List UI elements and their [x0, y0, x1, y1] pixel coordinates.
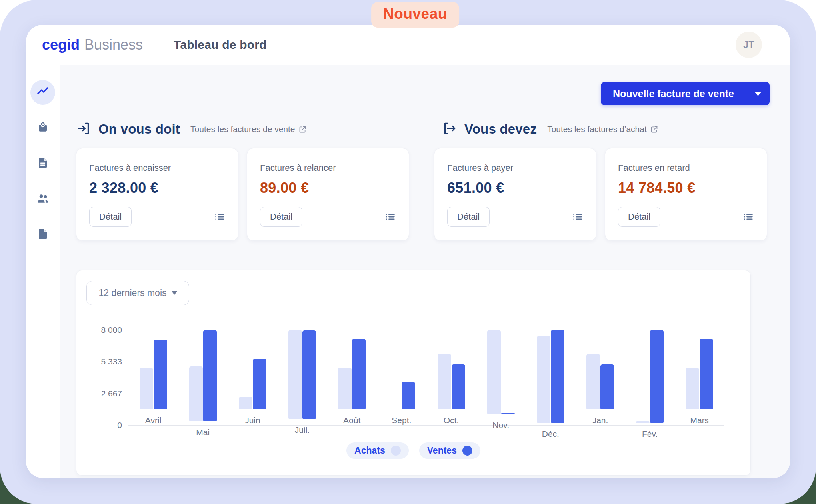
nouveau-badge: Nouveau	[371, 2, 459, 28]
legend-achats[interactable]: Achats	[346, 442, 409, 459]
detail-button[interactable]: Détail	[89, 207, 132, 227]
monthly-chart-card: 12 derniers mois 02 6675 3338 000AvrilMa…	[76, 270, 751, 476]
card-title: Factures en retard	[618, 163, 754, 173]
sidebar-item-documents[interactable]	[30, 222, 55, 247]
period-selector[interactable]: 12 derniers mois	[86, 281, 189, 305]
x-axis-label: Août	[343, 416, 360, 425]
bar-group: Sept.	[386, 330, 418, 425]
detail-button[interactable]: Détail	[447, 207, 490, 227]
card-factures-a-payer: Factures à payer 651.00 € Détail	[434, 148, 596, 241]
x-axis-label: Juil.	[295, 425, 310, 435]
section-title: Vous devez	[464, 122, 537, 137]
brand-cegid: cegid	[42, 36, 80, 53]
card-factures-a-relancer: Factures à relancer 89.00 € Détail	[247, 148, 409, 241]
main-content: Nouvelle facture de vente On vous doit T…	[60, 65, 790, 478]
bar-group: Juil.	[286, 330, 318, 425]
bar-achats-Oct[interactable]	[438, 354, 451, 409]
x-axis-label: Déc.	[542, 429, 559, 439]
document-lines-icon	[37, 157, 49, 170]
logout-arrow-icon	[442, 121, 457, 138]
card-amount: 89.00 €	[260, 180, 396, 196]
y-axis-tick: 8 000	[101, 325, 122, 335]
sidebar-item-contacts[interactable]	[30, 187, 55, 212]
bar-achats-Déc[interactable]	[537, 336, 550, 423]
card-title: Factures à encaisser	[89, 163, 225, 173]
gridline	[128, 425, 724, 426]
file-icon	[37, 228, 49, 242]
new-invoice-dropdown-toggle[interactable]	[746, 82, 770, 105]
bar-ventes-Juin[interactable]	[253, 359, 266, 409]
bar-group: Juin	[236, 330, 268, 425]
avatar[interactable]: JT	[736, 32, 762, 58]
card-amount: 2 328.00 €	[89, 180, 225, 196]
bar-achats-Mai[interactable]	[189, 366, 203, 421]
bar-achats-Août[interactable]	[338, 368, 352, 409]
sidebar-item-sales[interactable]	[30, 116, 55, 140]
bar-ventes-Juil[interactable]	[302, 330, 316, 418]
bar-ventes-Mars[interactable]	[700, 339, 713, 409]
list-icon[interactable]	[214, 211, 225, 222]
x-axis-label: Jan.	[592, 416, 608, 425]
section-vous-devez: Vous devez Toutes les factures d’achat	[442, 121, 658, 138]
chevron-down-icon	[172, 291, 177, 295]
bar-group: Oct.	[435, 330, 467, 425]
bar-ventes-Oct[interactable]	[452, 364, 465, 409]
bar-ventes-Déc[interactable]	[551, 330, 564, 423]
card-title: Factures à relancer	[260, 163, 396, 173]
bar-ventes-Jan[interactable]	[600, 364, 614, 409]
bar-achats-Jan[interactable]	[586, 354, 600, 409]
detail-button[interactable]: Détail	[260, 207, 302, 227]
x-axis-label: Oct.	[444, 416, 459, 425]
ventes-dot-icon	[462, 446, 472, 456]
bar-achats-Fév[interactable]	[636, 421, 650, 423]
x-axis-label: Nov.	[492, 420, 509, 430]
bar-ventes-Mai[interactable]	[203, 330, 217, 421]
achats-dot-icon	[391, 446, 401, 456]
detail-button[interactable]: Détail	[618, 207, 660, 227]
bar-group: Août	[336, 330, 368, 425]
card-amount: 14 784.50 €	[618, 180, 754, 196]
bar-ventes-Sept[interactable]	[402, 382, 415, 409]
bar-achats-Avril[interactable]	[140, 368, 153, 409]
bar-group: Fév.	[634, 330, 666, 425]
bar-ventes-Avril[interactable]	[154, 340, 167, 409]
list-icon[interactable]	[385, 211, 396, 222]
y-axis-tick: 0	[117, 420, 122, 430]
people-icon	[36, 192, 49, 206]
bar-achats-Nov[interactable]	[487, 330, 501, 414]
bar-ventes-Fév[interactable]	[650, 330, 664, 423]
chevron-down-icon	[754, 92, 762, 96]
y-axis-tick: 5 333	[101, 357, 122, 366]
bar-group: Déc.	[534, 330, 566, 425]
list-icon[interactable]	[743, 211, 754, 222]
header-divider	[158, 36, 158, 54]
y-axis-tick: 2 667	[101, 389, 122, 398]
new-sale-invoice-button[interactable]: Nouvelle facture de vente	[601, 82, 746, 105]
x-axis-label: Avril	[145, 416, 161, 425]
trending-icon	[36, 85, 50, 100]
section-on-vous-doit: On vous doit Toutes les factures de vent…	[76, 121, 307, 138]
x-axis-label: Juin	[245, 416, 260, 425]
bar-achats-Juin[interactable]	[239, 397, 252, 409]
external-link-icon	[650, 125, 658, 134]
chart-legend: Achats Ventes	[76, 442, 750, 459]
list-icon[interactable]	[572, 211, 583, 222]
bar-group: Avril	[137, 330, 169, 425]
x-axis-label: Mars	[690, 416, 709, 425]
bar-achats-Juil[interactable]	[288, 330, 302, 419]
bar-ventes-Nov[interactable]	[501, 413, 515, 414]
new-sale-invoice-split-button[interactable]: Nouvelle facture de vente	[601, 82, 770, 105]
all-sales-invoices-link[interactable]: Toutes les factures de vente	[190, 124, 307, 134]
all-purchase-invoices-link[interactable]: Toutes les factures d’achat	[547, 124, 658, 134]
bar-achats-Mars[interactable]	[686, 368, 699, 409]
bar-group: Mai	[187, 330, 219, 425]
sidebar-item-invoices[interactable]	[30, 151, 55, 176]
sidebar-item-activity[interactable]	[30, 80, 55, 105]
card-factures-en-retard: Factures en retard 14 784.50 € Détail	[605, 148, 767, 241]
bar-ventes-Août[interactable]	[352, 339, 366, 409]
card-factures-a-encaisser: Factures à encaisser 2 328.00 € Détail	[76, 148, 238, 241]
legend-ventes[interactable]: Ventes	[419, 442, 480, 459]
card-amount: 651.00 €	[447, 180, 583, 196]
app-window: cegid Business Tableau de bord JT	[26, 25, 790, 478]
sidebar	[26, 65, 60, 478]
